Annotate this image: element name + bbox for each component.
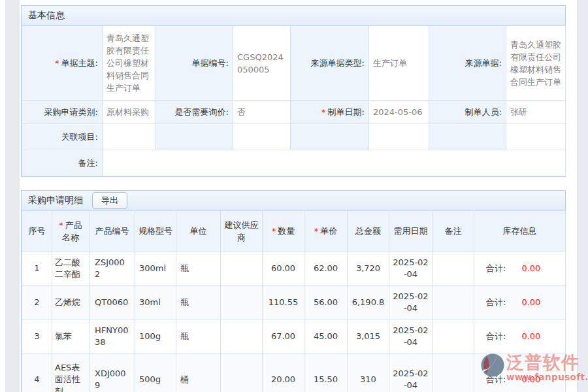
stock-total-value: 0.00	[521, 297, 540, 308]
need-date-cell: 2025-02-04	[389, 353, 433, 392]
remark-cell	[433, 353, 474, 392]
code-cell: ZSJ0002	[90, 252, 135, 286]
supplier-cell	[221, 319, 263, 353]
qty-cell: 110.55	[263, 286, 304, 319]
col-seq: 序号	[22, 211, 52, 252]
source-type-label: 来源单据类型:	[291, 26, 369, 101]
amount-cell: 3,720	[348, 252, 389, 286]
table-row: 4 AES表面活性剂 XDJ0009 500g 桶 20.00 15.50 31…	[22, 353, 566, 392]
main-content: 基本信息 *单据主题: 青岛久通塑胶有限责任公司橡塑材料销售合同生产订单 单据编…	[21, 5, 566, 392]
stock-cell: 合计:0.00	[474, 252, 566, 286]
project-label: 关联项目:	[22, 124, 103, 150]
stock-total-label: 合计:	[486, 331, 506, 342]
remark-value	[103, 150, 566, 176]
name-cell: AES表面活性剂	[52, 353, 90, 392]
col-remark: 备注	[433, 211, 474, 252]
supplier-cell	[221, 252, 263, 286]
stock-total-label: 合计:	[486, 297, 506, 308]
page-left-margin	[5, 0, 20, 392]
maker-label: 制单人员:	[429, 101, 506, 124]
amount-cell: 6,190.8	[348, 286, 389, 319]
stock-total-value: 0.00	[521, 374, 540, 385]
basic-row-1: *单据主题: 青岛久通塑胶有限责任公司橡塑材料销售合同生产订单 单据编号: CG…	[22, 26, 566, 101]
date-value: 2024-05-06	[369, 101, 429, 124]
unit-cell: 瓶	[176, 252, 221, 286]
stock-total-label: 合计:	[486, 263, 506, 274]
stock-total-value: 0.00	[521, 263, 540, 274]
col-need-date: 需用日期	[389, 211, 433, 252]
unit-cell: 瓶	[176, 286, 221, 319]
detail-header: 采购申请明细 导出	[22, 191, 565, 210]
name-cell: 乙二酸二辛酯	[52, 252, 90, 286]
date-label: *制单日期:	[291, 101, 369, 124]
table-row: 3 氯苯 HFNY0038 100g 瓶 67.00 45.00 3,015 2…	[22, 319, 566, 353]
col-amount: 总金额	[348, 211, 389, 252]
doc-subject-label: *单据主题:	[22, 26, 103, 101]
seq-cell: 1	[22, 252, 52, 286]
seq-cell: 2	[22, 286, 52, 319]
doc-subject-value: 青岛久通塑胶有限责任公司橡塑材料销售合同生产订单	[103, 26, 156, 101]
source-type-value: 生产订单	[369, 26, 429, 101]
category-value: 原材料采购	[103, 101, 156, 124]
code-cell: HFNY0038	[90, 319, 135, 353]
page-right-scroll-area[interactable]	[578, 0, 588, 392]
basic-info-table: *单据主题: 青岛久通塑胶有限责任公司橡塑材料销售合同生产订单 单据编号: CG…	[22, 25, 566, 176]
detail-table: 序号 *产品名称 产品编号 规格型号 单位 建议供应商 *数量 *单价 总金额 …	[22, 210, 566, 392]
need-date-cell: 2025-02-04	[389, 252, 433, 286]
spec-cell: 500g	[135, 353, 176, 392]
doc-no-value: CGSQ2024050005	[233, 26, 291, 101]
inquiry-value: 否	[233, 101, 291, 124]
col-qty: *数量	[263, 211, 304, 252]
table-row: 1 乙二酸二辛酯 ZSJ0002 300ml 瓶 60.00 62.00 3,7…	[22, 252, 566, 286]
stock-cell: 合计:0.00	[474, 353, 566, 392]
seq-cell: 3	[22, 319, 52, 353]
col-supplier: 建议供应商	[221, 211, 263, 252]
remark-cell	[433, 319, 474, 353]
source-doc-label: 来源单据:	[429, 26, 506, 101]
col-product-name: *产品名称	[52, 211, 90, 252]
stock-cell: 合计:0.00	[474, 286, 566, 319]
basic-row-3: 关联项目:	[22, 124, 566, 150]
remark-cell	[433, 286, 474, 319]
qty-cell: 60.00	[263, 252, 304, 286]
col-price: *单价	[304, 211, 348, 252]
required-asterisk: *	[55, 58, 59, 68]
basic-info-title: 基本信息	[28, 10, 65, 22]
price-cell: 15.50	[304, 353, 348, 392]
detail-header-row: 序号 *产品名称 产品编号 规格型号 单位 建议供应商 *数量 *单价 总金额 …	[22, 211, 566, 252]
col-product-code: 产品编号	[90, 211, 135, 252]
stock-total-value: 0.00	[521, 331, 540, 342]
required-asterisk: *	[59, 220, 63, 230]
table-row: 2 乙烯烷 QT0060 30ml 瓶 110.55 56.00 6,190.8…	[22, 286, 566, 319]
amount-cell: 3,015	[348, 319, 389, 353]
spec-cell: 300ml	[135, 252, 176, 286]
remark-label: 备注:	[22, 150, 103, 176]
required-asterisk: *	[272, 226, 276, 236]
required-asterisk: *	[321, 107, 326, 117]
need-date-cell: 2025-02-04	[389, 319, 433, 353]
supplier-cell	[221, 286, 263, 319]
export-button[interactable]: 导出	[92, 192, 127, 209]
price-cell: 56.00	[304, 286, 348, 319]
supplier-cell	[221, 353, 263, 392]
project-value	[103, 124, 156, 150]
inquiry-label: 是否需要询价:	[156, 101, 233, 124]
maker-value: 张研	[506, 101, 566, 124]
source-doc-value: 青岛久通塑胶有限责任公司橡塑材料销售合同生产订单	[506, 26, 566, 101]
stock-cell: 合计:0.00	[474, 319, 566, 353]
col-spec: 规格型号	[135, 211, 176, 252]
unit-cell: 瓶	[176, 319, 221, 353]
basic-info-panel: 基本信息 *单据主题: 青岛久通塑胶有限责任公司橡塑材料销售合同生产订单 单据编…	[21, 5, 566, 177]
category-label: 采购申请类别:	[22, 101, 103, 124]
required-asterisk: *	[314, 226, 319, 236]
qty-cell: 67.00	[263, 319, 304, 353]
name-cell: 乙烯烷	[52, 286, 90, 319]
detail-title: 采购申请明细	[28, 195, 83, 206]
spec-cell: 30ml	[135, 286, 176, 319]
need-date-cell: 2025-02-04	[389, 286, 433, 319]
stock-total-label: 合计:	[486, 374, 506, 385]
unit-cell: 桶	[176, 353, 221, 392]
spec-cell: 100g	[135, 319, 176, 353]
amount-cell: 310	[348, 353, 389, 392]
seq-cell: 4	[22, 353, 52, 392]
